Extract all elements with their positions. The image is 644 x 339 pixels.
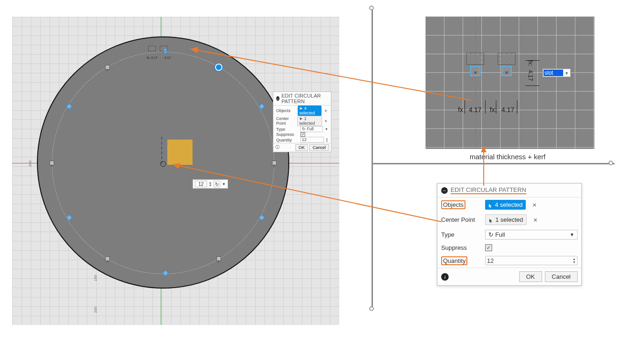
pattern-instance[interactable] (50, 161, 54, 165)
collapse-icon[interactable]: – (276, 96, 279, 101)
quantity-stepper[interactable]: ▲▼ (326, 138, 328, 142)
clear-objects-icon[interactable]: × (530, 201, 539, 209)
type-dropdown[interactable]: ↻ Full (301, 126, 323, 132)
pattern-rotation-handle[interactable] (215, 64, 222, 71)
objects-label: Objects (441, 200, 465, 209)
type-label: Type (276, 127, 299, 132)
pattern-instance[interactable] (216, 256, 221, 261)
chevron-down-icon[interactable]: ▼ (570, 232, 574, 237)
circular-pattern-dialog-small[interactable]: – EDIT CIRCULAR PATTERN Objects ➤ 4 sele… (273, 92, 331, 152)
quantity-input[interactable]: 12 ▲▼ (485, 256, 578, 265)
dimension-fx-label: fx: (527, 60, 534, 66)
quantity-stepper[interactable]: ▲▼ (572, 257, 576, 264)
dimension-value[interactable]: 4.17 (527, 70, 534, 81)
cancel-button[interactable]: Cancel (545, 271, 578, 282)
suppress-label: Suppress (441, 244, 481, 251)
chevron-down-icon[interactable]: ▾ (563, 71, 570, 76)
quantity-value[interactable]: 12 (195, 181, 207, 187)
slot-detail-canvas[interactable]: fx 4.17 fx: 4.17 fx: 4.17 ▾ (425, 16, 594, 149)
sketch-canvas[interactable]: 200 150 100 50 50 100 150 200 fx: 4.17 4… (12, 17, 339, 325)
separator-anchor-bottom (369, 306, 374, 311)
dialog-title: EDIT CIRCULAR PATTERN (281, 93, 328, 104)
separator-anchor-top (369, 6, 374, 10)
center-selection-chip[interactable]: ➤ 1 selected (297, 116, 322, 126)
suppress-checkbox[interactable]: ✓ (485, 244, 492, 251)
pattern-instance[interactable] (105, 65, 110, 70)
chevron-down-icon[interactable]: ▼ (325, 127, 328, 131)
info-icon[interactable]: i (441, 273, 449, 281)
cancel-button[interactable]: Cancel (309, 144, 329, 151)
collapse-icon[interactable]: – (441, 187, 448, 194)
fixed-constraint-icon (498, 53, 515, 65)
type-label: Type (441, 231, 481, 238)
dialog-title: EDIT CIRCULAR PATTERN (451, 186, 526, 194)
cursor-icon (489, 218, 494, 222)
quantity-label: Quantity (276, 138, 299, 142)
dimension-text: fx: 4.17 (147, 56, 157, 59)
pattern-quantity-floater[interactable]: 12 ▲▼ ↻ ▼ (193, 179, 228, 189)
suppress-checkbox[interactable]: ✓ (301, 132, 305, 137)
center-label: Center Point (276, 116, 295, 126)
full-rotation-icon[interactable]: ↻ (214, 181, 220, 187)
sketch-origin[interactable] (157, 158, 167, 168)
face-highlight (167, 140, 193, 165)
ruler-tick: 200 (28, 161, 32, 167)
quantity-label: Quantity (441, 256, 467, 265)
dimension-fx-label: fx (458, 106, 463, 113)
dimension-value[interactable]: 4.17 (501, 106, 514, 113)
ruler-tick: 150 (93, 275, 98, 281)
y-axis-line (475, 16, 476, 149)
ok-button[interactable]: OK (295, 144, 308, 151)
sketch-point[interactable] (470, 66, 480, 76)
center-label: Center Point (441, 216, 481, 223)
objects-selection-chip[interactable]: ➤ 4 selected (298, 106, 322, 116)
type-dropdown[interactable]: ↻ Full ▼ (485, 230, 578, 240)
ruler-tick: 200 (93, 307, 98, 313)
suppress-label: Suppress (276, 132, 299, 137)
clear-objects-icon[interactable]: × (323, 108, 328, 113)
separator-vertical (372, 7, 373, 310)
circular-pattern-dialog[interactable]: – EDIT CIRCULAR PATTERN Objects 4 select… (437, 183, 582, 286)
dimension-fx-label: fx: (490, 106, 497, 113)
fixed-constraint-icon (466, 53, 484, 65)
clear-center-icon[interactable]: × (530, 216, 540, 224)
dimension-value[interactable]: 4.17 (469, 106, 481, 113)
cursor-icon (488, 203, 493, 207)
material-annotation: material thickness + kerf (470, 153, 545, 161)
ok-button[interactable]: OK (519, 271, 542, 282)
objects-selection-chip[interactable]: 4 selected (485, 200, 526, 210)
dropdown-caret-icon[interactable]: ▼ (222, 182, 226, 186)
pattern-instance[interactable] (105, 256, 110, 261)
dimension-text: 4.17 (165, 56, 171, 59)
objects-label: Objects (276, 108, 296, 113)
slot-dimension-group: fx: 4.17 4.17 (147, 45, 179, 63)
quantity-input[interactable]: 12 (301, 137, 324, 143)
clear-center-icon[interactable]: × (324, 119, 328, 124)
quantity-stepper[interactable]: ▲▼ (209, 181, 212, 187)
pattern-instance[interactable] (272, 161, 277, 165)
sketch-point[interactable] (501, 66, 512, 76)
separator-horizontal (372, 163, 615, 164)
parameter-input[interactable]: ▾ (543, 69, 571, 77)
separator-anchor-right (608, 161, 613, 165)
parameter-name-field[interactable] (544, 70, 563, 76)
center-selection-chip[interactable]: 1 selected (485, 214, 527, 225)
